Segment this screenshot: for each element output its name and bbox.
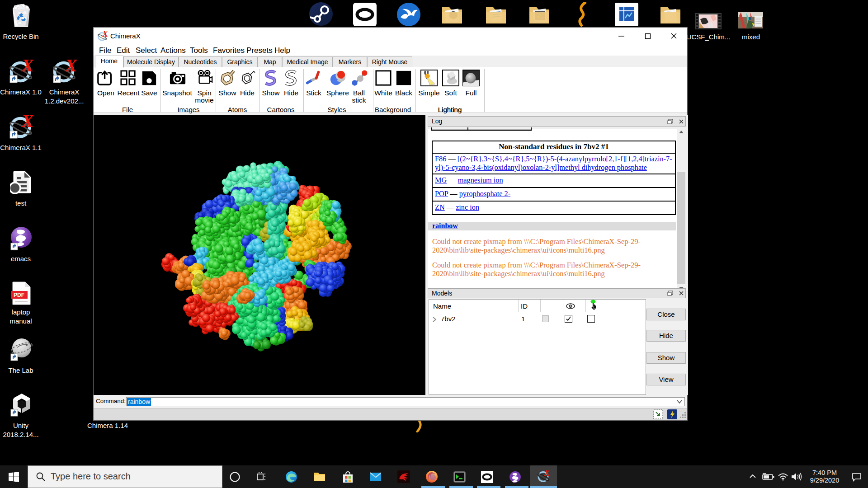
svg-text:X: X — [21, 115, 33, 131]
svg-text:X: X — [21, 59, 33, 75]
svg-text:X: X — [64, 59, 77, 75]
svg-text:X: X — [102, 31, 108, 38]
svg-text:PDF: PDF — [14, 292, 24, 298]
svg-text:X: X — [544, 470, 550, 478]
